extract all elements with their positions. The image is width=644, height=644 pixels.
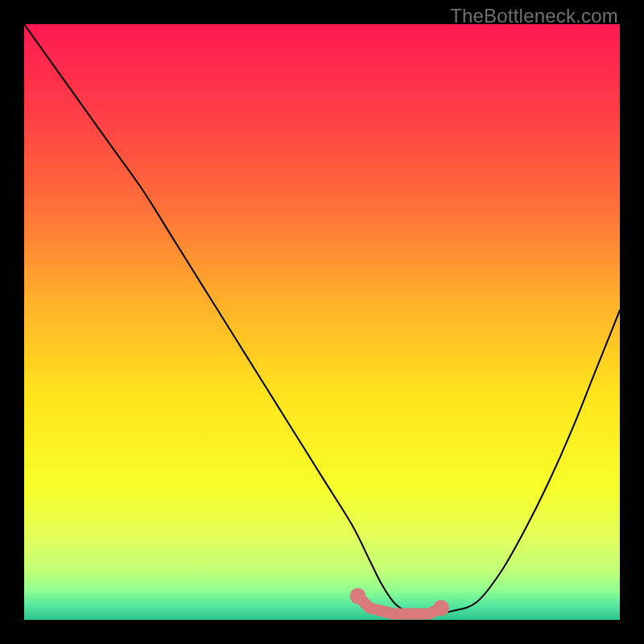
optimal-zone-end-dot [433,600,449,616]
curve-group [24,24,620,614]
optimal-zone-markers [349,588,449,616]
watermark-text: TheBottleneck.com [450,5,618,27]
plot-area [24,24,620,620]
bottleneck-curve [24,24,620,614]
chart-svg [24,24,620,620]
optimal-zone-start-dot [349,588,365,604]
optimal-zone-line [357,596,441,613]
outer-frame: TheBottleneck.com [0,0,644,644]
